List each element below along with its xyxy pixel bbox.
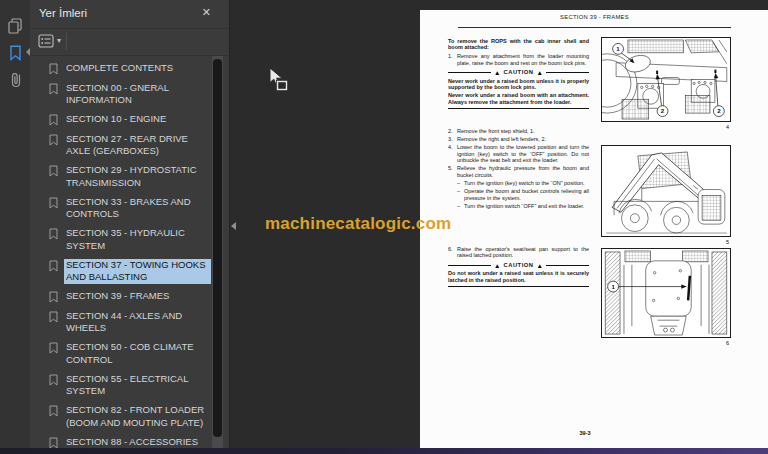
bookmark-icon bbox=[49, 63, 58, 75]
text-block-1: To remove the ROPS with the cab inner sh… bbox=[448, 38, 589, 109]
step-number: 5. bbox=[448, 165, 457, 178]
bookmark-item[interactable]: SECTION 39 - FRAMES bbox=[49, 290, 211, 303]
sidebar-icon-strip bbox=[0, 0, 30, 448]
bookmark-icon bbox=[49, 197, 58, 209]
step-number: 4. bbox=[448, 144, 457, 163]
page-thumbnails-icon[interactable] bbox=[7, 17, 24, 34]
bookmark-icon bbox=[49, 374, 58, 386]
bookmark-item[interactable]: SECTION 44 - AXLES AND WHEELS bbox=[49, 310, 211, 335]
text-block-3: 6. Raise the operator's seat/seat pan su… bbox=[448, 246, 589, 287]
caution-text: Never work under a raised boom with an a… bbox=[448, 92, 589, 105]
caution-header: ▲ CAUTION ▲ bbox=[448, 69, 589, 75]
step-number: 6. bbox=[448, 246, 457, 259]
bookmark-icon bbox=[49, 437, 58, 449]
bookmark-label: SECTION 00 - GNERAL INFORMATION bbox=[64, 82, 211, 107]
bookmark-label: SECTION 27 - REAR DRIVE AXLE (GEARBOXES) bbox=[64, 133, 211, 158]
text-block-2: 2. Remove the front step shield, 1. 3. R… bbox=[448, 128, 589, 211]
step-number: 3. bbox=[448, 136, 457, 142]
bookmarks-panel-title: Yer İmleri bbox=[39, 7, 87, 19]
bookmark-item[interactable]: SECTION 50 - COB CLIMATE CONTROL bbox=[49, 341, 211, 366]
bookmark-label: SECTION 44 - AXLES AND WHEELS bbox=[64, 310, 211, 335]
callout-1: 1 bbox=[616, 45, 620, 52]
step-6: 6. Raise the operator's seat/seat pan su… bbox=[448, 246, 589, 259]
bookmark-options-button[interactable]: ▾ bbox=[38, 34, 61, 48]
step-1: 1. Remove any attachment from the loader… bbox=[448, 53, 589, 66]
bookmark-label: SECTION 29 - HYDROSTATIC TRANSIMISSION bbox=[64, 164, 211, 189]
caution-label: CAUTION bbox=[504, 262, 534, 268]
mouse-cursor-icon bbox=[266, 66, 292, 94]
step-5-sub-3: – Turn the ignition switch “OFF” and exi… bbox=[457, 203, 589, 209]
callout-1: 1 bbox=[611, 283, 615, 290]
bookmark-icon bbox=[49, 260, 58, 272]
bookmark-icon bbox=[49, 291, 58, 303]
step-text: Relieve the hydraulic pressure from the … bbox=[457, 165, 589, 178]
dash-bullet: – bbox=[457, 188, 464, 201]
bookmark-label: SECTION 82 - FRONT LOADER (BOOM AND MOUT… bbox=[64, 404, 211, 429]
callout-2: 2 bbox=[717, 107, 721, 114]
options-list-icon bbox=[38, 34, 54, 48]
step-text: Remove the right and left fenders, 2. bbox=[457, 136, 589, 142]
chevron-down-icon: ▾ bbox=[57, 37, 61, 45]
toolbar-divider bbox=[66, 33, 67, 50]
step-4: 4. Lower the boom to the lowered positio… bbox=[448, 144, 589, 163]
bookmark-label: SECTION 88 - ACCESSORIES bbox=[64, 436, 211, 449]
bookmark-item[interactable]: SECTION 82 - FRONT LOADER (BOOM AND MOUT… bbox=[49, 404, 211, 429]
bookmark-scrollbar[interactable] bbox=[212, 56, 223, 448]
bookmark-item[interactable]: SECTION 00 - GNERAL INFORMATION bbox=[49, 82, 211, 107]
close-panel-button[interactable]: ✕ bbox=[202, 6, 211, 19]
window-bottom-edge bbox=[0, 448, 768, 454]
caution-rule bbox=[448, 72, 491, 73]
bookmark-list: COMPLETE CONTENTS SECTION 00 - GNERAL IN… bbox=[30, 56, 211, 448]
bookmark-item[interactable]: SECTION 29 - HYDROSTATIC TRANSIMISSION bbox=[49, 164, 211, 189]
bookmark-item[interactable]: COMPLETE CONTENTS bbox=[49, 62, 211, 75]
attachments-icon[interactable] bbox=[7, 71, 24, 88]
dash-bullet: – bbox=[457, 203, 464, 209]
bookmarks-toolbar: ▾ bbox=[30, 29, 229, 56]
callout-2: 2 bbox=[661, 107, 665, 114]
dash-bullet: – bbox=[457, 180, 464, 186]
bookmark-icon bbox=[49, 165, 58, 177]
bookmark-label: SECTION 35 - HYDRAULIC SYSTEM bbox=[64, 227, 211, 252]
bookmark-label: SECTION 50 - COB CLIMATE CONTROL bbox=[64, 341, 211, 366]
bookmark-icon bbox=[49, 405, 58, 417]
bookmark-scrollbar-thumb[interactable] bbox=[213, 59, 222, 437]
caution-label: CAUTION bbox=[504, 69, 534, 75]
bookmark-item[interactable]: SECTION 88 - ACCESSORIES bbox=[49, 436, 211, 449]
bookmark-label: SECTION 33 - BRAKES AND CONTROLS bbox=[64, 196, 211, 221]
figure-seat-top-view: 1 6 bbox=[601, 248, 731, 346]
caution-rule bbox=[546, 265, 589, 266]
panel-collapse-handle[interactable] bbox=[231, 222, 236, 230]
warning-triangle-icon: ▲ bbox=[494, 263, 500, 268]
step-5-sub-2: – Operate the boom and bucket controls r… bbox=[457, 188, 589, 201]
figure-number: 5 bbox=[601, 239, 731, 245]
step-text: Remove any attachment from the loader mo… bbox=[457, 53, 589, 66]
bookmark-label: SECTION 55 - ELECTRICAL SYSTEM bbox=[64, 373, 211, 398]
step-3: 3. Remove the right and left fenders, 2. bbox=[448, 136, 589, 142]
document-page: SECTION 39 - FRAMES To remove the ROPS w… bbox=[420, 10, 768, 448]
pdf-reader-window: Yer İmleri ✕ ▾ COMPLETE CONTENTS SECTI bbox=[0, 0, 768, 454]
bookmark-label: SECTION 10 - ENGINE bbox=[64, 113, 211, 126]
bookmark-item[interactable]: SECTION 10 - ENGINE bbox=[49, 113, 211, 126]
bookmark-item[interactable]: SECTION 33 - BRAKES AND CONTROLS bbox=[49, 196, 211, 221]
warning-triangle-icon: ▲ bbox=[536, 263, 542, 268]
procedure-heading: To remove the ROPS with the cab inner sh… bbox=[448, 38, 589, 51]
step-2: 2. Remove the front step shield, 1. bbox=[448, 128, 589, 134]
figure-frame-rear: 1 2 2 4 bbox=[601, 37, 731, 130]
bookmark-icon bbox=[49, 228, 58, 240]
page-number: 39-3 bbox=[420, 430, 750, 436]
step-text: Raise the operator's seat/seat pan suppo… bbox=[457, 246, 589, 259]
caution-bottom-rule bbox=[448, 286, 589, 287]
bookmark-icon bbox=[49, 311, 58, 323]
bookmark-icon bbox=[49, 342, 58, 354]
figure-loader-side-view: 5 bbox=[601, 145, 731, 245]
bookmark-item-selected[interactable]: SECTION 37 - TOWING HOOKS AND BALLASTING bbox=[49, 259, 211, 284]
bookmark-item[interactable]: SECTION 35 - HYDRAULIC SYSTEM bbox=[49, 227, 211, 252]
bookmarks-icon[interactable] bbox=[7, 44, 24, 61]
bookmark-label: SECTION 39 - FRAMES bbox=[64, 290, 211, 303]
bookmark-item[interactable]: SECTION 55 - ELECTRICAL SYSTEM bbox=[49, 373, 211, 398]
bookmark-item[interactable]: SECTION 27 - REAR DRIVE AXLE (GEARBOXES) bbox=[49, 133, 211, 158]
bookmark-label: COMPLETE CONTENTS bbox=[64, 62, 211, 75]
header-rule bbox=[458, 27, 731, 28]
sub-step-text: Turn the ignition (key) switch to the “O… bbox=[464, 180, 589, 186]
bookmark-icon bbox=[49, 134, 58, 146]
